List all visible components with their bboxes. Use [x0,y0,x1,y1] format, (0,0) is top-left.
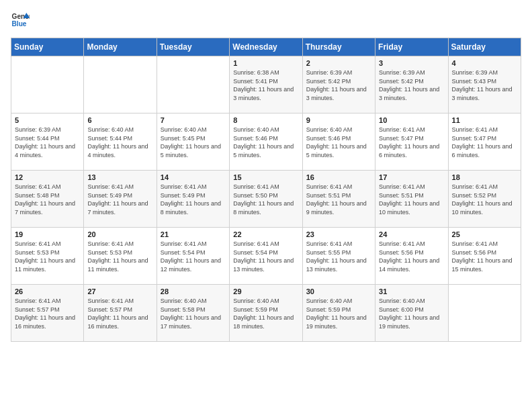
calendar-week-4: 19Sunrise: 6:41 AM Sunset: 5:53 PM Dayli… [11,228,521,285]
calendar-cell: 4Sunrise: 6:39 AM Sunset: 5:43 PM Daylig… [448,56,521,113]
day-info: Sunrise: 6:41 AM Sunset: 5:56 PM Dayligh… [452,240,517,273]
day-info: Sunrise: 6:41 AM Sunset: 5:53 PM Dayligh… [15,240,80,273]
day-info: Sunrise: 6:40 AM Sunset: 5:46 PM Dayligh… [233,126,298,159]
calendar-cell: 15Sunrise: 6:41 AM Sunset: 5:50 PM Dayli… [230,171,302,228]
calendar-header-row: SundayMondayTuesdayWednesdayThursdayFrid… [11,38,521,56]
calendar-cell: 2Sunrise: 6:39 AM Sunset: 5:42 PM Daylig… [302,56,375,113]
day-number: 11 [452,116,517,124]
calendar-cell [11,56,84,113]
day-info: Sunrise: 6:41 AM Sunset: 5:47 PM Dayligh… [452,126,517,159]
calendar-cell: 25Sunrise: 6:41 AM Sunset: 5:56 PM Dayli… [448,228,521,285]
calendar-cell: 9Sunrise: 6:40 AM Sunset: 5:46 PM Daylig… [302,113,375,171]
calendar-cell: 8Sunrise: 6:40 AM Sunset: 5:46 PM Daylig… [230,113,302,171]
day-info: Sunrise: 6:41 AM Sunset: 5:51 PM Dayligh… [379,183,444,216]
page-header: General Blue [11,11,521,30]
day-info: Sunrise: 6:41 AM Sunset: 5:49 PM Dayligh… [87,183,152,216]
day-info: Sunrise: 6:41 AM Sunset: 5:54 PM Dayligh… [233,240,298,273]
day-number: 4 [452,59,517,67]
day-number: 3 [379,59,444,67]
day-info: Sunrise: 6:41 AM Sunset: 5:57 PM Dayligh… [87,297,152,330]
day-info: Sunrise: 6:41 AM Sunset: 5:49 PM Dayligh… [161,183,226,216]
day-number: 17 [379,173,444,181]
day-info: Sunrise: 6:41 AM Sunset: 5:53 PM Dayligh… [87,240,152,273]
calendar-week-5: 26Sunrise: 6:41 AM Sunset: 5:57 PM Dayli… [11,285,521,342]
day-header-thursday: Thursday [302,38,375,56]
day-info: Sunrise: 6:41 AM Sunset: 5:57 PM Dayligh… [15,297,80,330]
day-number: 22 [233,230,298,238]
day-info: Sunrise: 6:41 AM Sunset: 5:47 PM Dayligh… [379,126,444,159]
calendar-cell: 20Sunrise: 6:41 AM Sunset: 5:53 PM Dayli… [84,228,157,285]
day-number: 7 [161,116,226,124]
day-info: Sunrise: 6:41 AM Sunset: 5:55 PM Dayligh… [306,240,371,273]
calendar-week-2: 5Sunrise: 6:39 AM Sunset: 5:44 PM Daylig… [11,113,521,171]
calendar-week-1: 1Sunrise: 6:38 AM Sunset: 5:41 PM Daylig… [11,56,521,113]
calendar-cell: 7Sunrise: 6:40 AM Sunset: 5:45 PM Daylig… [157,113,229,171]
day-number: 31 [379,287,444,295]
calendar-cell: 14Sunrise: 6:41 AM Sunset: 5:49 PM Dayli… [157,171,229,228]
day-header-saturday: Saturday [448,38,521,56]
day-number: 21 [161,230,226,238]
day-header-tuesday: Tuesday [157,38,229,56]
calendar-cell: 24Sunrise: 6:41 AM Sunset: 5:56 PM Dayli… [375,228,448,285]
day-info: Sunrise: 6:41 AM Sunset: 5:52 PM Dayligh… [452,183,517,216]
day-info: Sunrise: 6:40 AM Sunset: 5:46 PM Dayligh… [306,126,371,159]
day-number: 8 [233,116,298,124]
calendar-cell: 5Sunrise: 6:39 AM Sunset: 5:44 PM Daylig… [11,113,84,171]
day-info: Sunrise: 6:41 AM Sunset: 5:54 PM Dayligh… [161,240,226,273]
calendar-cell: 10Sunrise: 6:41 AM Sunset: 5:47 PM Dayli… [375,113,448,171]
day-number: 6 [87,116,152,124]
day-info: Sunrise: 6:39 AM Sunset: 5:42 PM Dayligh… [306,68,371,102]
logo-icon: General Blue [11,11,30,30]
logo: General Blue [11,11,30,30]
calendar-cell: 12Sunrise: 6:41 AM Sunset: 5:48 PM Dayli… [11,171,84,228]
calendar-cell: 21Sunrise: 6:41 AM Sunset: 5:54 PM Dayli… [157,228,229,285]
calendar-cell [84,56,157,113]
day-number: 12 [15,173,80,181]
day-number: 19 [15,230,80,238]
day-info: Sunrise: 6:39 AM Sunset: 5:42 PM Dayligh… [379,68,444,102]
calendar-cell: 17Sunrise: 6:41 AM Sunset: 5:51 PM Dayli… [375,171,448,228]
calendar-cell: 27Sunrise: 6:41 AM Sunset: 5:57 PM Dayli… [84,285,157,342]
calendar-cell [157,56,229,113]
day-number: 2 [306,59,371,67]
day-number: 16 [306,173,371,181]
day-number: 23 [306,230,371,238]
day-number: 14 [161,173,226,181]
day-header-monday: Monday [84,38,157,56]
calendar-cell: 26Sunrise: 6:41 AM Sunset: 5:57 PM Dayli… [11,285,84,342]
day-header-wednesday: Wednesday [230,38,302,56]
calendar-table: SundayMondayTuesdayWednesdayThursdayFrid… [11,38,521,342]
day-number: 25 [452,230,517,238]
day-header-friday: Friday [375,38,448,56]
calendar-cell: 29Sunrise: 6:40 AM Sunset: 5:59 PM Dayli… [230,285,302,342]
day-number: 1 [233,59,298,67]
day-info: Sunrise: 6:40 AM Sunset: 5:45 PM Dayligh… [161,126,226,159]
day-number: 27 [87,287,152,295]
day-info: Sunrise: 6:39 AM Sunset: 5:43 PM Dayligh… [452,68,517,102]
day-number: 5 [15,116,80,124]
calendar-cell: 18Sunrise: 6:41 AM Sunset: 5:52 PM Dayli… [448,171,521,228]
day-header-sunday: Sunday [11,38,84,56]
day-info: Sunrise: 6:41 AM Sunset: 5:50 PM Dayligh… [233,183,298,216]
day-info: Sunrise: 6:41 AM Sunset: 5:48 PM Dayligh… [15,183,80,216]
day-info: Sunrise: 6:40 AM Sunset: 6:00 PM Dayligh… [379,297,444,330]
day-number: 26 [15,287,80,295]
calendar-cell: 31Sunrise: 6:40 AM Sunset: 6:00 PM Dayli… [375,285,448,342]
calendar-week-3: 12Sunrise: 6:41 AM Sunset: 5:48 PM Dayli… [11,171,521,228]
day-number: 30 [306,287,371,295]
day-number: 24 [379,230,444,238]
calendar-cell: 6Sunrise: 6:40 AM Sunset: 5:44 PM Daylig… [84,113,157,171]
calendar-cell: 11Sunrise: 6:41 AM Sunset: 5:47 PM Dayli… [448,113,521,171]
day-info: Sunrise: 6:40 AM Sunset: 5:58 PM Dayligh… [161,297,226,330]
calendar-cell: 1Sunrise: 6:38 AM Sunset: 5:41 PM Daylig… [230,56,302,113]
day-info: Sunrise: 6:41 AM Sunset: 5:51 PM Dayligh… [306,183,371,216]
calendar-body: 1Sunrise: 6:38 AM Sunset: 5:41 PM Daylig… [11,56,521,342]
day-number: 10 [379,116,444,124]
day-info: Sunrise: 6:39 AM Sunset: 5:44 PM Dayligh… [15,126,80,159]
day-number: 29 [233,287,298,295]
day-info: Sunrise: 6:41 AM Sunset: 5:56 PM Dayligh… [379,240,444,273]
day-number: 9 [306,116,371,124]
day-number: 13 [87,173,152,181]
calendar-cell: 16Sunrise: 6:41 AM Sunset: 5:51 PM Dayli… [302,171,375,228]
calendar-cell: 19Sunrise: 6:41 AM Sunset: 5:53 PM Dayli… [11,228,84,285]
